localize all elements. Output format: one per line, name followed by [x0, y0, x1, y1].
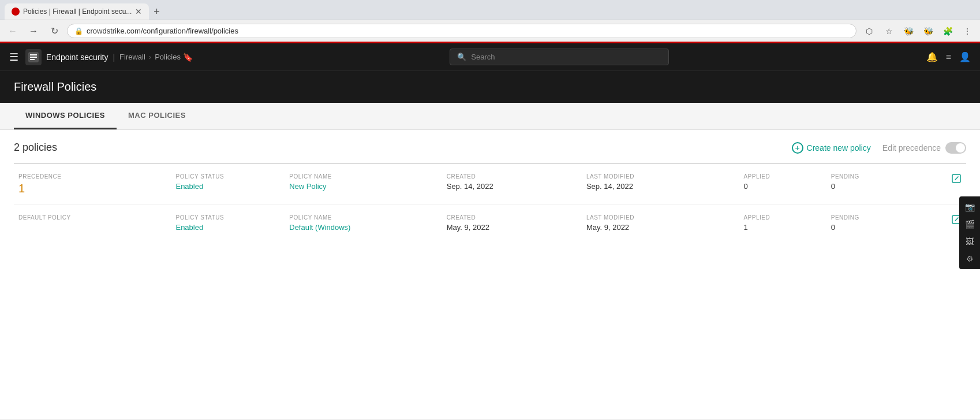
edit-precedence: Edit precedence [882, 142, 966, 154]
breadcrumb: Firewall › Policies [119, 53, 181, 61]
created-label-2: CREATED [447, 214, 577, 221]
new-tab-button[interactable]: + [149, 6, 164, 18]
app-header: ☰ Endpoint security | Firewall › Policie… [0, 42, 980, 70]
toggle-knob [956, 143, 965, 153]
side-panel: 📷 🎬 🖼 ⚙ [959, 196, 980, 269]
messages-icon[interactable]: ≡ [946, 52, 951, 62]
modified-label: LAST MODIFIED [586, 173, 734, 180]
browser-actions: ⬡ ☆ 🐝 🐝 🧩 ⋮ [861, 23, 975, 39]
browser-chrome: Policies | Firewall | Endpoint secu... ✕… [0, 0, 980, 42]
precedence-cell: PRECEDENCE 1 [14, 163, 171, 205]
modified-cell: LAST MODIFIED Sep. 14, 2022 [582, 163, 739, 205]
name-label: POLICY NAME [289, 173, 437, 180]
pending-cell: PENDING 0 [826, 163, 932, 205]
policies-count: 2 policies [14, 142, 57, 154]
hamburger-button[interactable]: ☰ [9, 51, 18, 64]
edit-precedence-toggle[interactable] [945, 142, 966, 154]
search-placeholder: Search [471, 53, 495, 61]
edit-precedence-label: Edit precedence [882, 143, 941, 153]
created-label: CREATED [447, 173, 577, 180]
policy-table: PRECEDENCE 1 POLICY STATUS Enabled POLIC… [14, 163, 966, 241]
tab-title: Policies | Firewall | Endpoint secu... [23, 8, 132, 16]
pending-label: PENDING [831, 173, 927, 180]
header-right: 🔔 ≡ 👤 [926, 51, 971, 62]
precedence-value: 1 [18, 182, 166, 195]
search-box[interactable]: 🔍 Search [450, 49, 669, 65]
breadcrumb-current: Policies [155, 53, 181, 61]
create-policy-button[interactable]: + Create new policy [792, 142, 871, 154]
status-value-2: Enabled [175, 223, 280, 232]
pending-label-2: PENDING [831, 214, 927, 221]
browser-menu-button[interactable]: ⋮ [959, 23, 975, 39]
side-panel-gallery-button[interactable]: 🖼 [962, 233, 978, 250]
applied-cell-2: APPLIED 1 [739, 205, 826, 241]
user-icon[interactable]: 👤 [959, 51, 971, 62]
name-value-2[interactable]: Default (Windows) [289, 223, 437, 232]
breadcrumb-arrow: › [149, 53, 151, 61]
page-title: Firewall Policies [14, 80, 966, 94]
modified-label-2: LAST MODIFIED [586, 214, 734, 221]
status-cell: POLICY STATUS Enabled [171, 163, 285, 205]
extension2-button[interactable]: 🐝 [920, 23, 936, 39]
pending-value-2: 0 [831, 223, 927, 232]
nav-separator: | [113, 53, 115, 62]
side-panel-video-button[interactable]: 🎬 [962, 216, 978, 232]
side-panel-settings-button[interactable]: ⚙ [962, 251, 978, 267]
notifications-icon[interactable]: 🔔 [926, 51, 938, 62]
precedence-cell-2: DEFAULT POLICY [14, 205, 171, 241]
page-bookmark-icon[interactable]: 🔖 [183, 53, 193, 62]
created-cell: CREATED Sep. 14, 2022 [442, 163, 582, 205]
create-policy-label: Create new policy [807, 143, 871, 153]
bookmark-button[interactable]: ☆ [881, 23, 897, 39]
tab-windows-policies[interactable]: WINDOWS POLICIES [14, 103, 117, 129]
tab-bar: Policies | Firewall | Endpoint secu... ✕… [0, 0, 980, 20]
policies-header: 2 policies + Create new policy Edit prec… [14, 130, 966, 163]
header-search: 🔍 Search [193, 49, 926, 65]
search-icon: 🔍 [457, 53, 466, 61]
status-label: POLICY STATUS [175, 173, 280, 180]
applied-value: 0 [743, 182, 821, 191]
side-panel-camera-button[interactable]: 📷 [962, 199, 978, 215]
status-cell-2: POLICY STATUS Enabled [171, 205, 285, 241]
url-text: crowdstrike.com/configuration/firewall/p… [87, 27, 849, 35]
svg-rect-1 [30, 54, 37, 55]
back-button[interactable]: ← [5, 23, 21, 39]
status-value: Enabled [175, 182, 280, 191]
table-row: DEFAULT POLICY POLICY STATUS Enabled POL… [14, 205, 966, 241]
extensions-button[interactable]: 🧩 [940, 23, 956, 39]
name-value[interactable]: New Policy [289, 182, 437, 191]
default-policy-label: DEFAULT POLICY [18, 214, 166, 221]
app-logo: Endpoint security [25, 49, 108, 65]
svg-rect-3 [30, 59, 35, 60]
tabs-container: WINDOWS POLICIES MAC POLICIES [0, 103, 980, 130]
policies-actions: + Create new policy Edit precedence [792, 142, 966, 154]
hamburger-icon: ☰ [9, 51, 18, 63]
extension1-button[interactable]: 🐝 [900, 23, 917, 39]
reload-button[interactable]: ↻ [46, 23, 62, 39]
table-row: PRECEDENCE 1 POLICY STATUS Enabled POLIC… [14, 163, 966, 205]
created-cell-2: CREATED May. 9, 2022 [442, 205, 582, 241]
browser-controls: ← → ↻ 🔒 crowdstrike.com/configuration/fi… [0, 20, 980, 42]
modified-cell-2: LAST MODIFIED May. 9, 2022 [582, 205, 739, 241]
name-cell: POLICY NAME New Policy [285, 163, 442, 205]
applied-value-2: 1 [743, 223, 821, 232]
active-tab[interactable]: Policies | Firewall | Endpoint secu... ✕ [5, 3, 149, 20]
tabs: WINDOWS POLICIES MAC POLICIES [14, 103, 966, 129]
applied-label-2: APPLIED [743, 214, 821, 221]
lock-icon: 🔒 [74, 27, 83, 35]
pending-cell-2: PENDING 0 [826, 205, 932, 241]
tab-mac-policies[interactable]: MAC POLICIES [117, 103, 197, 129]
name-label-2: POLICY NAME [289, 214, 437, 221]
cast-button[interactable]: ⬡ [861, 23, 877, 39]
address-bar[interactable]: 🔒 crowdstrike.com/configuration/firewall… [67, 24, 856, 38]
logo-icon [25, 49, 42, 65]
breadcrumb-parent[interactable]: Firewall [119, 53, 145, 61]
forward-button[interactable]: → [25, 23, 42, 39]
content-area: 2 policies + Create new policy Edit prec… [0, 130, 980, 419]
applied-cell: APPLIED 0 [739, 163, 826, 205]
edit-policy-button[interactable] [951, 173, 962, 186]
status-label-2: POLICY STATUS [175, 214, 280, 221]
create-policy-icon: + [792, 142, 803, 154]
tab-close-button[interactable]: ✕ [135, 8, 142, 16]
name-cell-2: POLICY NAME Default (Windows) [285, 205, 442, 241]
